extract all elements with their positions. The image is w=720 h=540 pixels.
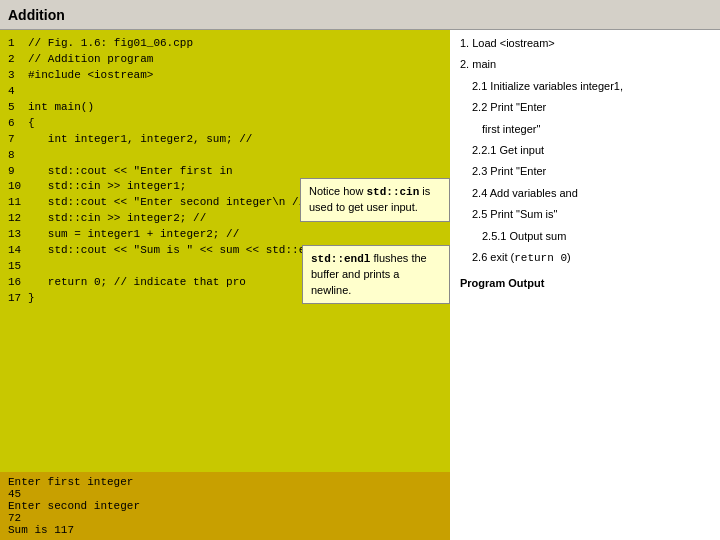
anno-2.2a: 2.2 Print "Enter bbox=[472, 100, 710, 115]
code-line-1: 1 // Fig. 1.6: fig01_06.cpp bbox=[8, 36, 442, 52]
tooltip-endl: std::endl flushes the buffer and prints … bbox=[302, 245, 450, 304]
code-panel: 1 // Fig. 1.6: fig01_06.cpp 2 // Additio… bbox=[0, 30, 450, 540]
code-line-2: 2 // Addition program bbox=[8, 52, 442, 68]
tooltip-cin: Notice how std::cin is used to get user … bbox=[300, 178, 450, 222]
window-title: Addition bbox=[8, 7, 65, 23]
main-content: 1 // Fig. 1.6: fig01_06.cpp 2 // Additio… bbox=[0, 30, 720, 540]
anno-2.5: 2.5 Print "Sum is" bbox=[472, 207, 710, 222]
output-line-2: 45 bbox=[8, 488, 442, 500]
anno-2.6: 2.6 exit (return 0) bbox=[472, 250, 710, 266]
output-line-4: 72 bbox=[8, 512, 442, 524]
anno-2.2b: first integer" bbox=[482, 122, 710, 137]
anno-program-output: Program Output bbox=[460, 276, 710, 291]
anno-2: 2. main bbox=[460, 57, 710, 72]
anno-2.4: 2.4 Add variables and bbox=[472, 186, 710, 201]
code-line-13: 13 sum = integer1 + integer2; // bbox=[8, 227, 442, 243]
code-line-5: 5 int main() bbox=[8, 100, 442, 116]
annotation-panel: 1. Load <iostream> 2. main 2.1 Initializ… bbox=[450, 30, 720, 540]
output-line-5: Sum is 117 bbox=[8, 524, 442, 536]
code-line-4: 4 bbox=[8, 84, 442, 100]
anno-2.2.1: 2.2.1 Get input bbox=[472, 143, 710, 158]
anno-2.3: 2.3 Print "Enter bbox=[472, 164, 710, 179]
anno-2.1: 2.1 Initialize variables integer1, bbox=[472, 79, 710, 94]
output-line-3: Enter second integer bbox=[8, 500, 442, 512]
code-line-7: 7 int integer1, integer2, sum; // bbox=[8, 132, 442, 148]
anno-2.5.1: 2.5.1 Output sum bbox=[482, 229, 710, 244]
code-line-3: 3 #include <iostream> bbox=[8, 68, 442, 84]
top-bar: Addition bbox=[0, 0, 720, 30]
output-line-1: Enter first integer bbox=[8, 476, 442, 488]
output-area: Enter first integer 45 Enter second inte… bbox=[0, 472, 450, 540]
anno-1: 1. Load <iostream> bbox=[460, 36, 710, 51]
code-line-6: 6 { bbox=[8, 116, 442, 132]
code-line-8: 8 bbox=[8, 148, 442, 164]
